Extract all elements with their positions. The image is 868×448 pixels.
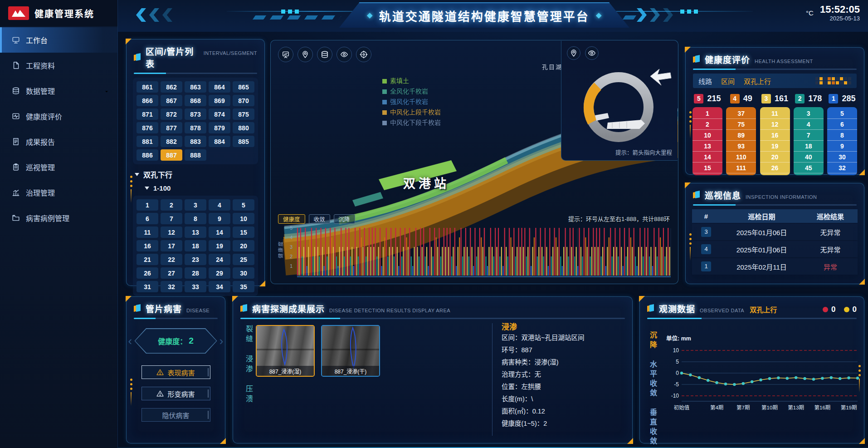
health-ring-number[interactable]: 10 — [692, 130, 722, 141]
ring-number-button[interactable]: 876 — [137, 122, 158, 133]
segment-number-button[interactable]: 21 — [137, 254, 158, 265]
ring-number-button[interactable]: 879 — [209, 122, 230, 133]
health-ring-number[interactable]: 26 — [760, 162, 790, 173]
segment-number-button[interactable]: 26 — [137, 267, 158, 279]
ring-number-button[interactable]: 875 — [233, 108, 254, 120]
ring-number-button[interactable]: 887 — [161, 149, 182, 161]
health-ring-number[interactable]: 14 — [692, 152, 722, 162]
health-ring-number[interactable]: 37 — [726, 108, 756, 119]
ring-number-button[interactable]: 862 — [161, 81, 182, 93]
health-ring-number[interactable]: 40 — [794, 152, 824, 162]
health-ring-number[interactable]: 7 — [794, 130, 824, 141]
segment-number-button[interactable]: 13 — [185, 226, 206, 238]
segment-number-button[interactable]: 28 — [185, 267, 206, 279]
segment-number-button[interactable]: 18 — [185, 240, 206, 251]
sidebar-item-workbench[interactable]: 工作台 — [0, 27, 117, 53]
minimap-tool-pin-button[interactable] — [567, 46, 580, 60]
ring-number-button[interactable]: 867 — [161, 95, 182, 106]
ring-health-chart[interactable]: 健康度54321 — [274, 226, 673, 281]
health-ring-number[interactable]: 93 — [726, 141, 756, 152]
sidebar-item-document[interactable]: 工程资料 — [0, 53, 117, 78]
ring-number-button[interactable]: 871 — [137, 108, 158, 120]
detection-thumbnail[interactable]: 887_浸渗(干) — [321, 325, 380, 377]
table-row[interactable]: 42025年01月06日无异常 — [692, 241, 858, 257]
segment-number-button[interactable]: 17 — [161, 240, 182, 251]
observed-line-tag[interactable]: 双孔上行 — [750, 305, 777, 314]
settlement-chart[interactable]: 单位: mm1050-5-10初始值第4期第7期第10期第13期第16期第19期 — [664, 333, 861, 419]
segment-number-button[interactable]: 22 — [161, 254, 182, 265]
segment-number-button[interactable]: 15 — [233, 226, 254, 238]
segment-number-button[interactable]: 23 — [185, 254, 206, 265]
ring-number-button[interactable]: 863 — [185, 81, 206, 93]
scene-tool-pin-button[interactable] — [297, 47, 313, 62]
observed-tab-垂直收敛[interactable]: 垂直收敛 — [647, 409, 658, 447]
segment-number-button[interactable]: 14 — [209, 226, 230, 238]
health-ring-number[interactable]: 30 — [827, 152, 857, 162]
ring-number-button[interactable]: 874 — [209, 108, 230, 120]
tunnel-cross-section-minimap[interactable]: 提示：箭头指向大里程 — [561, 41, 678, 161]
ring-number-button[interactable]: 866 — [137, 95, 158, 106]
sidebar-item-health[interactable]: 健康度评价 — [0, 103, 117, 129]
ring-number-button[interactable]: 882 — [161, 136, 182, 147]
sidebar-item-cases[interactable]: 病害病例管理 — [0, 205, 117, 231]
segment-number-button[interactable]: 35 — [233, 281, 254, 292]
health-ring-number[interactable]: 13 — [692, 141, 722, 152]
table-row[interactable]: 32025年01月06日无异常 — [692, 224, 858, 240]
mode-button-沉降[interactable]: 沉降 — [334, 214, 355, 224]
ring-number-button[interactable]: 886 — [137, 149, 158, 161]
disease-button-隐伏病害[interactable]: 隐伏病害 — [141, 408, 210, 422]
health-ring-number[interactable]: 11 — [760, 108, 790, 119]
health-ring-column[interactable]: 111216192026 — [760, 107, 790, 175]
observed-tab-水平收敛[interactable]: 水平收敛 — [647, 360, 658, 399]
health-tab-区间[interactable]: 区间 — [721, 76, 735, 86]
health-ring-column[interactable]: 1210131415 — [692, 107, 722, 175]
ring-number-button[interactable]: 861 — [137, 81, 158, 93]
table-row[interactable]: 12025年02月11日异常 — [692, 258, 858, 275]
ring-number-button[interactable]: 881 — [137, 136, 158, 147]
segment-number-button[interactable]: 32 — [161, 281, 182, 292]
segment-number-button[interactable]: 1 — [137, 199, 158, 211]
health-ring-column[interactable]: 56893032 — [827, 107, 857, 175]
ring-number-button[interactable]: 872 — [161, 108, 182, 120]
segment-number-button[interactable]: 31 — [137, 281, 158, 292]
category-压溃[interactable]: 压溃 — [243, 385, 254, 405]
sidebar-item-inspection[interactable]: 巡视管理 — [0, 154, 117, 180]
ring-number-button[interactable]: 885 — [233, 136, 254, 147]
ring-number-button[interactable]: 864 — [209, 81, 230, 93]
scene-tool-layers-button[interactable] — [317, 47, 332, 62]
segment-number-button[interactable]: 34 — [209, 281, 230, 292]
segment-number-button[interactable]: 30 — [233, 267, 254, 279]
segment-number-button[interactable]: 20 — [233, 240, 254, 251]
ring-number-button[interactable]: 873 — [185, 108, 206, 120]
segment-number-button[interactable]: 10 — [233, 213, 254, 224]
health-ring-number[interactable]: 12 — [760, 119, 790, 130]
segment-number-button[interactable]: 4 — [209, 199, 230, 211]
sidebar-item-governance[interactable]: 治理管理 — [0, 180, 117, 205]
segment-number-button[interactable]: 3 — [185, 199, 206, 211]
segment-number-button[interactable]: 16 — [137, 240, 158, 251]
minimap-tool-eye-button[interactable] — [585, 46, 599, 60]
health-ring-column[interactable]: 37758993110111 — [726, 107, 756, 175]
health-ring-number[interactable]: 32 — [827, 162, 857, 173]
segment-number-button[interactable]: 27 — [161, 267, 182, 279]
segment-number-button[interactable]: 12 — [161, 226, 182, 238]
ring-number-button[interactable]: 868 — [185, 95, 206, 106]
segment-number-button[interactable]: 29 — [209, 267, 230, 279]
segment-number-button[interactable]: 19 — [209, 240, 230, 251]
ring-number-button[interactable]: 888 — [185, 149, 206, 161]
health-tab-双孔上行[interactable]: 双孔上行 — [744, 76, 771, 86]
tree-node-line[interactable]: 双孔下行 — [135, 169, 256, 180]
ring-number-button[interactable]: 877 — [161, 122, 182, 133]
disease-button-形变病害[interactable]: 形变病害 — [141, 387, 210, 400]
health-ring-number[interactable]: 1 — [692, 108, 722, 119]
category-裂缝[interactable]: 裂缝 — [243, 325, 254, 345]
ring-number-button[interactable]: 884 — [209, 136, 230, 147]
ring-number-button[interactable]: 880 — [233, 122, 254, 133]
health-ring-number[interactable]: 20 — [760, 152, 790, 162]
segment-number-button[interactable]: 11 — [137, 226, 158, 238]
segment-number-button[interactable]: 33 — [185, 281, 206, 292]
ring-number-button[interactable]: 870 — [233, 95, 254, 106]
segment-number-button[interactable]: 25 — [233, 254, 254, 265]
health-ring-number[interactable]: 19 — [760, 141, 790, 152]
category-浸渗[interactable]: 浸渗 — [243, 355, 254, 375]
